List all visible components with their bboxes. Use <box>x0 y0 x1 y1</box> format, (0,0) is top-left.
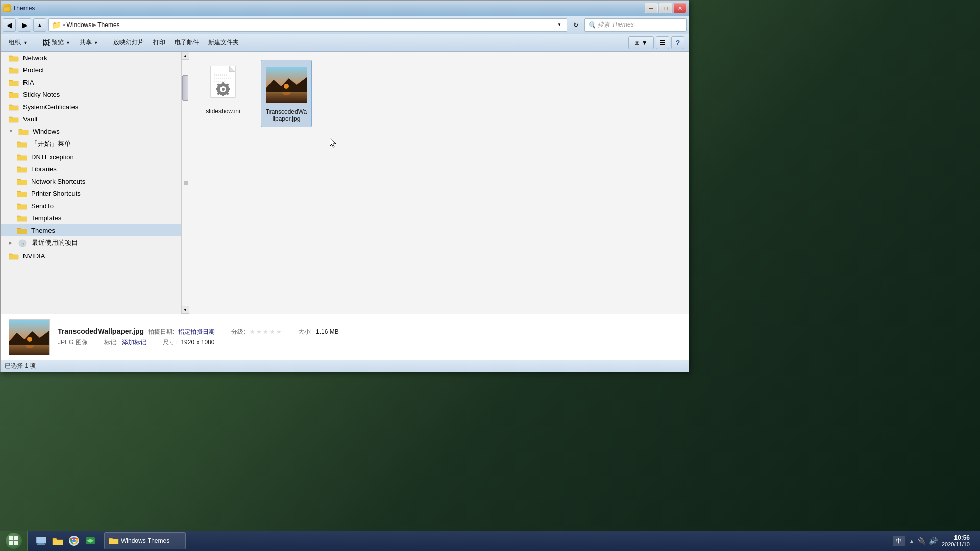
address-bar[interactable]: 📁 « Windows ▶ Themes ▼ <box>48 18 567 32</box>
rating-label: 分级: <box>231 328 245 336</box>
quicklaunch-show-desktop[interactable] <box>34 534 48 548</box>
forward-button[interactable]: ▶ <box>18 18 31 32</box>
sidebar-item-nvidia[interactable]: NVIDIA <box>1 249 181 262</box>
quicklaunch-app4[interactable] <box>83 534 97 548</box>
quicklaunch-area <box>32 534 100 548</box>
sidebar-item-ria[interactable]: RIA <box>1 76 181 88</box>
sidebar-scroll-track <box>181 60 189 306</box>
sidebar-item-label-networkshortcuts: Network Shortcuts <box>31 178 85 185</box>
tray-volume-icon[interactable]: 🔊 <box>929 537 938 545</box>
folder-icon <box>9 115 19 123</box>
svg-rect-12 <box>216 88 218 90</box>
new-folder-button[interactable]: 新建文件夹 <box>204 36 243 49</box>
ime-indicator[interactable]: 中 <box>893 536 905 546</box>
sidebar-item-themes[interactable]: Themes <box>1 224 181 236</box>
shoot-date-label: 拍摄日期: <box>148 328 174 336</box>
addr-separator0: « <box>63 22 66 28</box>
maximize-button[interactable]: □ <box>659 3 672 13</box>
status-filename-row: TranscodedWallpaper.jpg 拍摄日期: 指定拍摄日期 分级:… <box>58 327 680 336</box>
toolbar-separator-1 <box>35 38 35 48</box>
start-button[interactable] <box>0 531 28 551</box>
svg-point-9 <box>222 88 225 91</box>
explorer-window: Themes ─ □ ✕ ◀ ▶ ▲ 📁 « Windows ▶ Themes … <box>0 0 689 372</box>
sidebar-item-sticky-notes[interactable]: Sticky Notes <box>1 88 181 101</box>
email-button[interactable]: 电子邮件 <box>170 36 203 49</box>
svg-rect-37 <box>37 544 45 545</box>
sidebar-item-sendto[interactable]: SendTo <box>1 199 181 212</box>
sidebar-item-templates[interactable]: Templates <box>1 212 181 224</box>
tray-network-icon[interactable]: 🔌 <box>917 537 926 545</box>
sidebar-scroll-up-button[interactable]: ▲ <box>181 52 189 60</box>
folder-icon <box>9 90 19 98</box>
file-item-wallpaper[interactable]: TranscodedWallpaper.jpg <box>261 60 312 127</box>
quicklaunch-folder[interactable] <box>51 534 65 548</box>
expand-icon-recent: ▶ <box>9 240 12 245</box>
back-button[interactable]: ◀ <box>3 18 16 32</box>
sidebar-scroll-thumb[interactable] <box>182 75 188 101</box>
title-bar-left: Themes <box>3 4 35 12</box>
star-2: ★ <box>256 328 262 335</box>
sidebar-item-libraries[interactable]: Libraries <box>1 163 181 175</box>
status-bar: TranscodedWallpaper.jpg 拍摄日期: 指定拍摄日期 分级:… <box>1 314 689 360</box>
folder-icon-small: 📁 <box>52 21 61 29</box>
quicklaunch-chrome[interactable] <box>67 534 81 548</box>
slideshow-button[interactable]: 放映幻灯片 <box>109 36 148 49</box>
size-value: 1.16 MB <box>316 328 339 335</box>
sidebar-item-printer-shortcuts[interactable]: Printer Shortcuts <box>1 187 181 199</box>
sidebar-item-label-dntexception: DNTException <box>31 153 74 161</box>
close-button[interactable]: ✕ <box>673 3 687 13</box>
addr-arrow1: ▶ <box>92 22 96 28</box>
email-label: 电子邮件 <box>175 38 199 47</box>
sidebar-item-windows[interactable]: ▼ Windows <box>1 125 181 137</box>
up-button[interactable]: ▲ <box>33 18 46 32</box>
rating-stars: ★ ★ ★ ★ ★ <box>250 328 282 335</box>
refresh-button[interactable]: ↻ <box>569 18 582 32</box>
status-filetype: JPEG 图像 <box>58 338 88 347</box>
sidebar-item-protect[interactable]: Protect <box>1 64 181 76</box>
status-info: TranscodedWallpaper.jpg 拍摄日期: 指定拍摄日期 分级:… <box>58 327 680 347</box>
view-button[interactable]: ⊞ ▼ <box>628 36 654 49</box>
selection-count: 已选择 1 项 <box>5 362 36 370</box>
svg-rect-31 <box>9 536 13 540</box>
view-controls: ⊞ ▼ ☰ ? <box>628 36 684 49</box>
details-view-button[interactable]: ☰ <box>656 36 669 49</box>
window-icon <box>3 4 11 12</box>
sidebar-item-systemcerts[interactable]: SystemCertificates <box>1 101 181 113</box>
folder-icon <box>9 78 19 86</box>
sidebar-item-label-systemcerts: SystemCertificates <box>23 103 78 111</box>
sidebar-item-start-menu[interactable]: 「开始」菜单 <box>1 137 181 151</box>
sidebar-item-label-recent: 最近使用的项目 <box>32 238 78 247</box>
print-button[interactable]: 打印 <box>149 36 169 49</box>
sidebar-scroll-down-button[interactable]: ▼ <box>181 306 189 314</box>
sidebar: Network Protect RIA <box>1 52 189 314</box>
sidebar-item-recent[interactable]: ▶ ⏱ 最近使用的项目 <box>1 236 181 249</box>
folder-icon <box>17 140 27 148</box>
sidebar-item-label-themes: Themes <box>31 227 55 234</box>
scroll-grip <box>184 181 188 185</box>
file-label-slideshow: slideshow.ini <box>206 108 240 115</box>
taskbar-explorer-button[interactable]: Windows Themes <box>104 532 186 549</box>
search-bar[interactable]: 🔍 搜索 Themes <box>584 18 687 32</box>
organize-label: 组织 <box>9 38 21 47</box>
minimize-button[interactable]: ─ <box>645 3 658 13</box>
share-button[interactable]: 共享 ▼ <box>76 36 103 49</box>
sidebar-item-vault[interactable]: Vault <box>1 113 181 125</box>
preview-button[interactable]: 🖼 预览 ▼ <box>38 36 75 49</box>
tray-arrow[interactable]: ▲ <box>909 538 914 544</box>
sidebar-item-network-shortcuts[interactable]: Network Shortcuts <box>1 175 181 187</box>
file-item-slideshow[interactable]: slideshow.ini <box>198 60 249 119</box>
sidebar-item-network[interactable]: Network <box>1 52 181 64</box>
sidebar-item-label-printershortcuts: Printer Shortcuts <box>31 190 81 197</box>
up-icon: ▲ <box>37 22 43 28</box>
preview-arrow-icon: ▼ <box>66 40 70 45</box>
help-button[interactable]: ? <box>671 36 684 49</box>
svg-text:⏱: ⏱ <box>20 242 24 246</box>
organize-button[interactable]: 组织 ▼ <box>5 36 32 49</box>
address-dropdown[interactable]: ▼ <box>555 21 564 29</box>
preview-icon: 🖼 <box>42 39 50 47</box>
slideshow-label: 放映幻灯片 <box>113 38 144 47</box>
clock[interactable]: 10:56 2020/11/10 <box>942 534 970 547</box>
tray-icons: ▲ 🔌 🔊 <box>909 537 938 545</box>
title-bar: Themes ─ □ ✕ <box>1 1 689 16</box>
sidebar-item-dntexception[interactable]: DNTException <box>1 151 181 163</box>
